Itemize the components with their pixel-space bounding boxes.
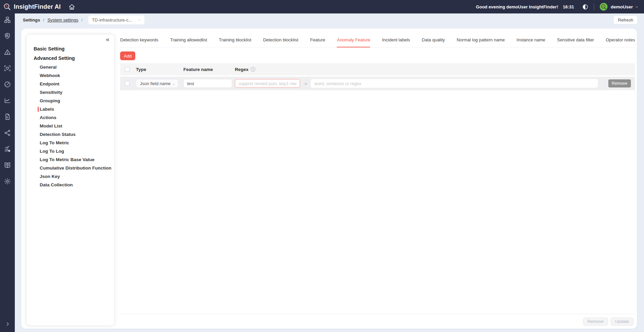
project-selector[interactable]: TD-infrastructure-c...	[88, 15, 144, 24]
table-row: Json field name ⌄ =	[120, 77, 635, 90]
label-tabs: Detection keywords Training allowedlist …	[120, 29, 635, 47]
feature-name-input[interactable]	[183, 79, 232, 88]
tab-training-allowedlist[interactable]: Training allowedlist	[170, 37, 207, 47]
tab-sensitive-data-filter[interactable]: Sensitive data filter	[557, 37, 594, 47]
clock: 16:31	[563, 4, 574, 9]
menu-item-log-to-metric[interactable]: Log To Metric	[27, 139, 114, 147]
topbar-right: Good evening demoUser InsightFinder! 16:…	[476, 3, 639, 11]
row-remove-button[interactable]: Remove	[608, 79, 631, 87]
refresh-button[interactable]: Refresh	[613, 15, 638, 24]
breadcrumb-settings: Settings	[23, 17, 40, 23]
tab-training-blocklist[interactable]: Training blocklist	[219, 37, 251, 47]
menu-item-sensitivity[interactable]: Sensitivity	[27, 88, 114, 97]
knowledge-book-icon[interactable]	[4, 161, 11, 169]
chevron-down-icon: ⌄	[172, 82, 176, 85]
menu-item-webhook[interactable]: Webhook	[27, 71, 114, 80]
breadcrumb-separator: /	[81, 17, 83, 23]
tab-data-quality[interactable]: Data quality	[422, 37, 445, 47]
project-selector-value: TD-infrastructure-c...	[92, 17, 132, 23]
regex-key-input[interactable]	[235, 79, 300, 88]
menu-item-cumulative-distribution-function[interactable]: Cumulative Distribution Function	[27, 164, 114, 172]
insightfinder-logo-icon	[3, 3, 11, 11]
brand: InsightFinder AI	[3, 3, 61, 11]
menu-item-detection-status[interactable]: Detection Status	[27, 130, 114, 139]
settings-gear-icon[interactable]	[4, 178, 11, 185]
tab-incident-labels[interactable]: Incident labels	[382, 37, 410, 47]
topbar-divider	[594, 4, 594, 10]
home-icon[interactable]	[68, 3, 75, 10]
brand-name: InsightFinder AI	[14, 3, 61, 10]
icon-sidebar	[0, 13, 15, 332]
table-header: Type Feature name Regex ?	[120, 63, 635, 75]
content: Settings / System settings / TD-infrastr…	[15, 13, 644, 332]
column-header-feature-name: Feature name	[183, 67, 232, 72]
chevron-down-icon	[138, 18, 141, 22]
username[interactable]: demoUser	[611, 4, 633, 9]
line-chart-icon[interactable]	[4, 97, 11, 104]
menu-item-grouping[interactable]: Grouping	[27, 97, 114, 105]
greeting-text: Good evening demoUser InsightFinder!	[476, 4, 558, 9]
tab-instance-name[interactable]: Instance name	[516, 37, 545, 47]
user-menu-chevron-down-icon[interactable]	[635, 5, 639, 9]
menu-item-data-collection[interactable]: Data Collection	[27, 181, 114, 189]
footer-remove-button[interactable]: Remove	[583, 318, 608, 326]
tab-normal-log-pattern-name[interactable]: Normal log pattern name	[457, 37, 505, 47]
breadcrumb-system-settings-link[interactable]: System settings	[47, 17, 78, 23]
row-checkbox[interactable]	[125, 81, 130, 86]
tab-anomaly-feature[interactable]: Anomaly Feature	[337, 37, 370, 47]
type-select-value: Json field name	[140, 81, 171, 86]
capacity-icon[interactable]	[4, 145, 11, 153]
labels-main-panel: Detection keywords Training allowedlist …	[120, 29, 635, 329]
breadcrumb-separator: /	[43, 17, 44, 23]
column-header-type: Type	[136, 67, 178, 72]
column-header-regex: Regex	[235, 67, 249, 72]
add-button[interactable]: Add	[120, 51, 135, 60]
settings-menu-list: Basic Setting Advanced Setting General W…	[27, 37, 114, 189]
footer-actions: Remove Update	[120, 314, 635, 329]
tab-operator-notes[interactable]: Operator notes	[606, 37, 635, 47]
settings-panel: « Basic Setting Advanced Setting General…	[21, 29, 637, 329]
security-scan-icon[interactable]	[4, 32, 11, 40]
footer-update-button[interactable]: Update	[611, 318, 634, 326]
share-graph-icon[interactable]	[4, 129, 11, 137]
menu-item-general[interactable]: General	[27, 63, 114, 71]
tab-detection-blocklist[interactable]: Detection blocklist	[263, 37, 298, 47]
tab-detection-keywords[interactable]: Detection keywords	[120, 37, 158, 47]
alerts-icon[interactable]	[4, 48, 11, 56]
breadcrumb: Settings / System settings / TD-infrastr…	[15, 13, 644, 26]
menu-item-basic-setting[interactable]: Basic Setting	[27, 44, 114, 53]
equals-sign: =	[304, 81, 308, 86]
menu-item-log-to-metric-base-value[interactable]: Log To Metric Base Value	[27, 155, 114, 164]
theme-toggle-icon[interactable]	[582, 4, 588, 10]
menu-item-json-key[interactable]: Json Key	[27, 172, 114, 181]
regex-help-icon[interactable]: ?	[251, 67, 255, 72]
gauge-icon[interactable]	[4, 81, 11, 88]
toolbar: Add	[120, 51, 635, 60]
app-root: InsightFinder AI Good evening demoUser I…	[0, 0, 644, 332]
select-all-checkbox[interactable]	[125, 67, 130, 72]
topology-icon[interactable]	[4, 16, 11, 24]
type-select[interactable]: Json field name ⌄	[136, 79, 178, 88]
collapse-menu-icon[interactable]: «	[106, 36, 109, 43]
expand-icon[interactable]	[5, 322, 10, 327]
menu-item-log-to-log[interactable]: Log To Log	[27, 147, 114, 155]
empty-area	[120, 90, 635, 314]
menu-item-actions[interactable]: Actions	[27, 113, 114, 122]
menu-item-endpoint[interactable]: Endpoint	[27, 80, 114, 88]
menu-item-model-list[interactable]: Model List	[27, 122, 114, 130]
regex-value-input[interactable]	[311, 79, 598, 88]
menu-item-labels[interactable]: Labels	[27, 105, 114, 113]
avatar[interactable]	[600, 3, 608, 11]
tab-feature[interactable]: Feature	[310, 37, 325, 47]
settings-menu-card: « Basic Setting Advanced Setting General…	[27, 35, 114, 325]
menu-item-advanced-setting[interactable]: Advanced Setting	[27, 53, 114, 63]
health-scan-icon[interactable]	[4, 65, 11, 72]
topbar: InsightFinder AI Good evening demoUser I…	[0, 0, 644, 13]
log-file-icon[interactable]	[4, 113, 11, 120]
